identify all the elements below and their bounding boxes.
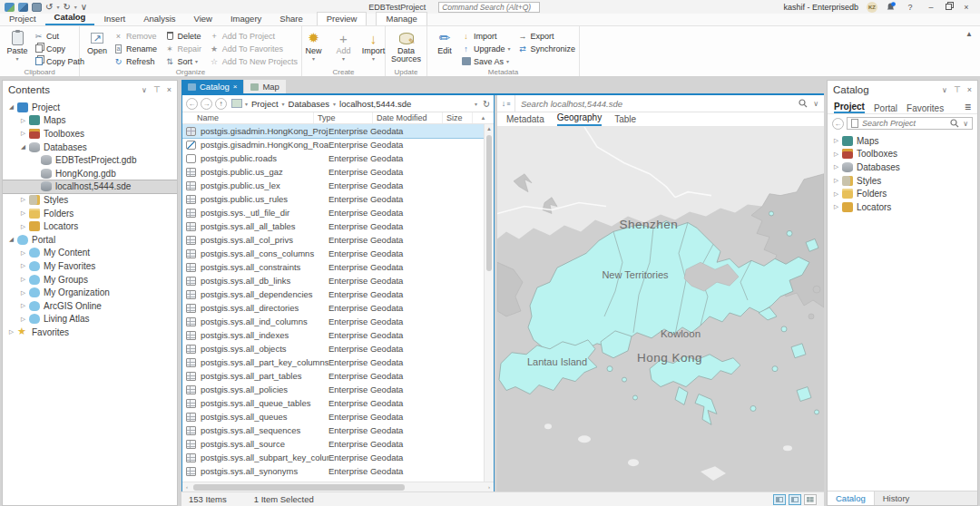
- metadata-import-button[interactable]: ↓Import: [461, 30, 514, 42]
- add-dropdown-icon[interactable]: ▾: [342, 55, 345, 62]
- expand-icon[interactable]: [831, 137, 841, 144]
- column-type[interactable]: Type: [314, 112, 373, 123]
- command-search-input[interactable]: [442, 3, 536, 12]
- edit-metadata-button[interactable]: ✏ Edit: [431, 28, 458, 56]
- close-button[interactable]: ×: [960, 3, 973, 12]
- breadcrumb-project[interactable]: Project: [250, 99, 279, 109]
- tab-table[interactable]: Table: [614, 114, 636, 126]
- contents-pin-icon[interactable]: ⊤: [153, 85, 161, 94]
- tab-catalog-view[interactable]: Catalog ×: [181, 80, 243, 93]
- tree-item[interactable]: EDBTestProject.gdb: [3, 153, 177, 167]
- tree-item[interactable]: Folders: [828, 187, 977, 200]
- add-to-new-projects-button[interactable]: ☆Add To New Projects: [210, 55, 298, 67]
- ribbon-tab-view[interactable]: View: [185, 13, 221, 25]
- expand-icon[interactable]: [831, 190, 841, 198]
- table-row[interactable]: postgis.gisadmin.HongKong_Roads Enterpri…: [182, 138, 484, 151]
- contents-close-icon[interactable]: ×: [167, 85, 172, 94]
- expand-icon[interactable]: [18, 196, 28, 203]
- expand-icon[interactable]: [6, 103, 16, 111]
- table-row[interactable]: postgis.sys.all_synonyms Enterprise Geod…: [182, 464, 484, 478]
- tree-item[interactable]: Project: [3, 101, 177, 114]
- breadcrumb-dropdown-icon[interactable]: ▾: [333, 101, 336, 107]
- map-islet[interactable]: [622, 377, 627, 382]
- table-row[interactable]: postgis.public.us_gaz Enterprise Geodata: [182, 165, 484, 179]
- table-row[interactable]: postgis.sys.all_col_privs Enterprise Geo…: [182, 233, 484, 247]
- new-button[interactable]: ✹ New ▾: [300, 28, 328, 63]
- copy-button[interactable]: Copy: [34, 43, 84, 54]
- tree-item[interactable]: Locators: [3, 219, 177, 233]
- map-islet[interactable]: [787, 230, 792, 236]
- table-row[interactable]: postgis.public.us_lex Enterprise Geodata: [182, 179, 484, 192]
- tree-item[interactable]: Maps: [828, 134, 977, 148]
- sort-button[interactable]: ⇅Sort▾: [165, 55, 207, 67]
- repair-button[interactable]: ✶Repair: [165, 43, 207, 54]
- tree-item[interactable]: ArcGIS Online: [3, 299, 177, 313]
- map-islet[interactable]: [769, 211, 774, 216]
- search-dropdown-icon[interactable]: ∨: [813, 100, 818, 108]
- tree-item[interactable]: Portal: [3, 233, 177, 247]
- expand-icon[interactable]: [6, 328, 16, 336]
- catalog-tab-close-icon[interactable]: ×: [233, 83, 238, 91]
- metadata-upgrade-button[interactable]: ↑Upgrade▾: [461, 43, 514, 54]
- import-dropdown-icon[interactable]: ▾: [372, 55, 375, 62]
- table-row[interactable]: postgis.sys.all_part_key_columns Enterpr…: [182, 355, 484, 369]
- table-row[interactable]: postgis.sys.all_ind_columns Enterprise G…: [182, 315, 484, 328]
- help-icon[interactable]: ?: [904, 3, 916, 12]
- table-row[interactable]: postgis.sys.all_queue_tables Enterprise …: [182, 396, 484, 410]
- cut-button[interactable]: ✂Cut: [34, 30, 84, 42]
- expand-icon[interactable]: [831, 163, 841, 170]
- import-button[interactable]: ↓ Import ▾: [360, 28, 387, 63]
- table-row[interactable]: postgis.sys.all_db_links Enterprise Geod…: [182, 274, 484, 287]
- table-row[interactable]: postgis.sys.all_dependencies Enterprise …: [182, 287, 484, 301]
- tree-item[interactable]: Styles: [828, 174, 977, 188]
- expand-icon[interactable]: [6, 236, 16, 243]
- location-icon[interactable]: [231, 99, 242, 108]
- undo-icon[interactable]: ↺: [45, 3, 53, 12]
- expand-icon[interactable]: [831, 151, 841, 158]
- tree-item[interactable]: Toolboxes: [828, 148, 977, 161]
- restore-button[interactable]: [946, 4, 952, 10]
- add-to-favorites-button[interactable]: ★Add To Favorites: [210, 43, 298, 54]
- tree-item[interactable]: Databases: [3, 141, 177, 154]
- search-back-icon[interactable]: ←: [832, 118, 844, 130]
- add-to-project-button[interactable]: +Add To Project: [210, 30, 298, 42]
- table-row[interactable]: postgis.sys.all_policies Enterprise Geod…: [182, 383, 484, 396]
- tree-item[interactable]: Favorites: [3, 326, 177, 339]
- refresh-button[interactable]: ↻Refresh: [113, 55, 162, 67]
- tree-item[interactable]: My Groups: [3, 273, 177, 287]
- tree-item[interactable]: My Favorites: [3, 259, 177, 273]
- table-row[interactable]: postgis.sys.all_cons_columns Enterprise …: [182, 247, 484, 260]
- tree-item[interactable]: Databases: [828, 161, 977, 174]
- geography-preview-map[interactable]: Shenzhen New Territories Kowloon Hong Ko…: [497, 127, 824, 491]
- customize-qat-icon[interactable]: ∨: [81, 3, 87, 12]
- column-size[interactable]: Size: [443, 112, 473, 123]
- map-islet[interactable]: [772, 366, 778, 372]
- expand-icon[interactable]: [18, 316, 28, 323]
- catalog-close-icon[interactable]: ×: [967, 85, 972, 94]
- expand-icon[interactable]: [18, 130, 28, 137]
- sort-dropdown-icon[interactable]: ▾: [195, 58, 198, 64]
- table-row[interactable]: postgis.public.roads Enterprise Geodata: [182, 151, 484, 165]
- forward-icon[interactable]: →: [201, 98, 212, 110]
- table-row[interactable]: postgis.sys.all_objects Enterprise Geoda…: [182, 342, 484, 355]
- ribbon-tab-preview[interactable]: Preview: [317, 12, 368, 25]
- column-name[interactable]: Name: [182, 112, 314, 123]
- avatar[interactable]: KZ: [867, 2, 877, 13]
- layout-toggle-thumbnails-icon[interactable]: [804, 494, 817, 505]
- expand-icon[interactable]: [18, 302, 28, 309]
- redo-icon[interactable]: ↻: [63, 3, 70, 12]
- ribbon-tab-analysis[interactable]: Analysis: [134, 13, 184, 25]
- map-islet[interactable]: [607, 366, 612, 372]
- table-row[interactable]: postgis.sys.all_source Enterprise Geodat…: [182, 437, 484, 451]
- horizontal-scrollbar[interactable]: ‹ ›: [182, 482, 494, 491]
- delete-button[interactable]: Delete: [165, 30, 207, 42]
- up-icon[interactable]: ↑: [215, 98, 227, 110]
- tree-item[interactable]: Locators: [828, 200, 977, 214]
- tree-item[interactable]: Styles: [3, 193, 177, 207]
- table-row[interactable]: postgis.sys.all_subpart_key_colum... Ent…: [182, 451, 484, 464]
- scrollbar-right-icon[interactable]: ›: [485, 484, 494, 490]
- ribbon-tab-catalog[interactable]: Catalog: [45, 11, 95, 25]
- table-row[interactable]: postgis.sys._utl_file_dir Enterprise Geo…: [182, 206, 484, 219]
- vertical-scrollbar-thumb[interactable]: [486, 135, 492, 271]
- tree-item[interactable]: Toolboxes: [3, 127, 177, 141]
